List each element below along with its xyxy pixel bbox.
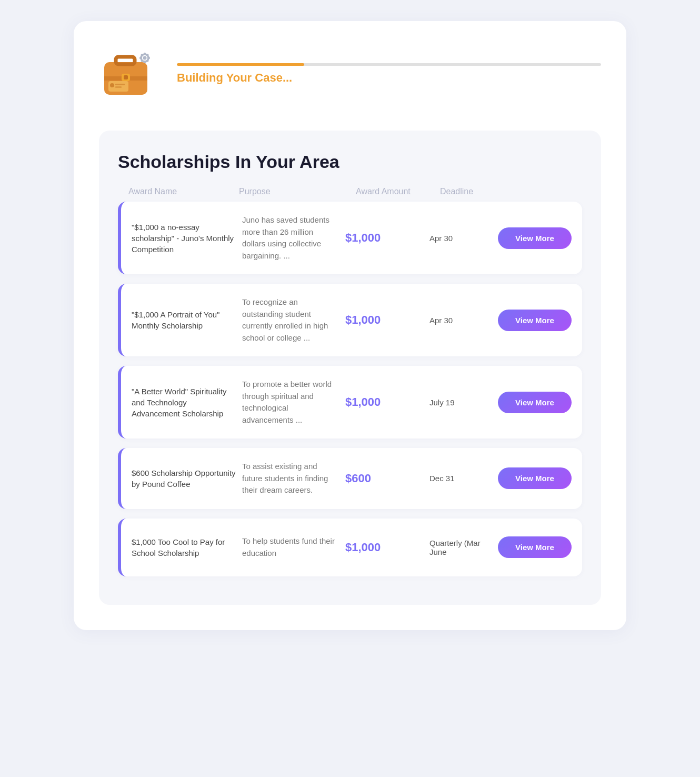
view-more-button[interactable]: View More — [498, 536, 572, 558]
svg-rect-15 — [147, 57, 150, 59]
award-name-cell: $600 Scholarship Opportunity by Pound Co… — [132, 467, 242, 490]
col-award-amount: Award Amount — [356, 187, 440, 196]
svg-rect-12 — [144, 53, 146, 55]
col-deadline: Deadline — [440, 187, 508, 196]
progress-bar-fill — [177, 63, 304, 66]
award-name-cell: "$1,000 a no-essay scholarship" - Juno's… — [132, 222, 242, 255]
table-row: "A Better World" Spirituality and Techno… — [118, 366, 582, 439]
svg-rect-14 — [139, 57, 142, 59]
purpose-cell: Juno has saved students more than 26 mil… — [242, 214, 345, 262]
header-icon — [99, 42, 162, 105]
view-more-button[interactable]: View More — [498, 392, 572, 413]
rows-container: "$1,000 a no-essay scholarship" - Juno's… — [118, 202, 582, 576]
svg-point-11 — [143, 56, 147, 60]
table-header: Award Name Purpose Award Amount Deadline — [118, 187, 582, 202]
main-card: Scholarships In Your Area Award Name Pur… — [99, 131, 601, 605]
progress-bar-container — [177, 63, 601, 66]
deadline-cell: Dec 31 — [429, 474, 498, 483]
svg-rect-9 — [115, 86, 122, 88]
purpose-cell: To help students fund their education — [242, 535, 345, 559]
deadline-cell: Apr 30 — [429, 234, 498, 243]
table-row: "$1,000 A Portrait of You" Monthly Schol… — [118, 284, 582, 356]
outer-card: Building Your Case... Scholarships In Yo… — [74, 21, 626, 630]
deadline-cell: July 19 — [429, 398, 498, 407]
award-name-cell: "$1,000 A Portrait of You" Monthly Schol… — [132, 309, 242, 331]
view-more-button[interactable]: View More — [498, 467, 572, 489]
svg-point-7 — [110, 83, 114, 87]
view-more-button[interactable]: View More — [498, 227, 572, 249]
view-more-button[interactable]: View More — [498, 310, 572, 331]
purpose-cell: To assist existing and future students i… — [242, 461, 345, 496]
svg-rect-5 — [124, 75, 128, 79]
header-text-area: Building Your Case... — [177, 63, 601, 85]
award-name-cell: $1,000 Too Cool to Pay for School Schola… — [132, 536, 242, 559]
section-title: Scholarships In Your Area — [118, 152, 582, 172]
award-name-cell: "A Better World" Spirituality and Techno… — [132, 386, 242, 419]
amount-cell: $1,000 — [345, 395, 429, 409]
building-label: Building Your Case... — [177, 71, 601, 85]
amount-cell: $600 — [345, 472, 429, 485]
svg-rect-8 — [115, 84, 125, 85]
amount-cell: $1,000 — [345, 313, 429, 327]
table-row: "$1,000 a no-essay scholarship" - Juno's… — [118, 202, 582, 274]
purpose-cell: To promote a better world through spirit… — [242, 378, 345, 426]
deadline-cell: Quarterly (Mar June — [429, 539, 498, 556]
svg-rect-2 — [116, 57, 135, 64]
purpose-cell: To recognize an outstanding student curr… — [242, 296, 345, 344]
briefcase-gear-icon — [99, 42, 162, 105]
amount-cell: $1,000 — [345, 231, 429, 245]
col-award-name: Award Name — [128, 187, 239, 196]
col-purpose: Purpose — [239, 187, 356, 196]
svg-rect-13 — [144, 61, 146, 63]
amount-cell: $1,000 — [345, 541, 429, 554]
table-row: $600 Scholarship Opportunity by Pound Co… — [118, 448, 582, 509]
header-section: Building Your Case... — [99, 42, 601, 105]
table-row: $1,000 Too Cool to Pay for School Schola… — [118, 519, 582, 576]
deadline-cell: Apr 30 — [429, 316, 498, 325]
